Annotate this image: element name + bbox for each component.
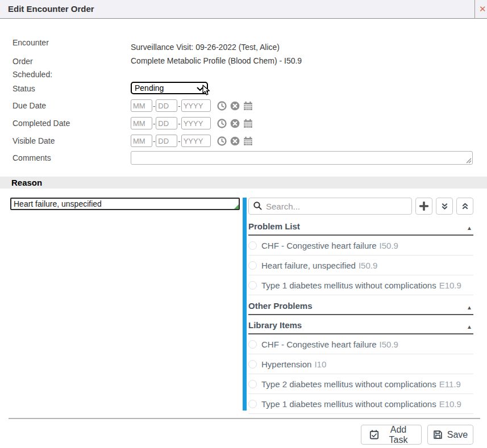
comments-row: Comments bbox=[0, 151, 487, 165]
date-separator: - bbox=[153, 119, 155, 128]
visible-year-input[interactable] bbox=[181, 135, 211, 147]
clear-date-icon[interactable] bbox=[230, 100, 241, 111]
radio-icon[interactable] bbox=[248, 380, 257, 388]
section-title: Other Problems bbox=[248, 301, 313, 311]
problem-code: E11.9 bbox=[439, 379, 461, 389]
expand-all-button[interactable] bbox=[436, 198, 453, 215]
problem-text: Type 1 diabetes mellitus without complic… bbox=[261, 280, 436, 290]
completed-date-label: Completed Date bbox=[0, 117, 131, 128]
list-item[interactable]: Type 2 diabetes mellitus without complic… bbox=[248, 374, 473, 394]
footer-divider bbox=[9, 418, 480, 419]
status-select-value: Pending bbox=[135, 83, 164, 93]
status-row: Status Pending bbox=[0, 82, 487, 94]
completed-month-input[interactable] bbox=[131, 117, 152, 129]
date-separator: - bbox=[153, 137, 155, 145]
collapse-triangle-icon: ▲ bbox=[467, 225, 472, 231]
due-day-input[interactable] bbox=[156, 99, 177, 112]
search-icon bbox=[253, 201, 263, 211]
status-label: Status bbox=[0, 82, 131, 93]
clear-date-icon[interactable] bbox=[230, 118, 241, 129]
section-header-library-items[interactable]: Library Items ▲ bbox=[248, 315, 473, 334]
problem-text: Type 1 diabetes mellitus without complic… bbox=[261, 399, 436, 409]
problem-code: I50.9 bbox=[380, 241, 398, 250]
save-label: Save bbox=[447, 430, 468, 440]
calendar-icon[interactable] bbox=[243, 100, 254, 111]
date-separator: - bbox=[153, 102, 155, 110]
clock-icon[interactable] bbox=[217, 135, 228, 146]
radio-icon[interactable] bbox=[248, 281, 257, 290]
list-item[interactable]: CHF - Congestive heart failure I50.9 bbox=[248, 236, 473, 256]
search-input[interactable] bbox=[248, 198, 412, 215]
problem-text: CHF - Congestive heart failure bbox=[261, 340, 377, 349]
list-item[interactable]: Hypertension I10 bbox=[248, 354, 473, 374]
list-item[interactable]: Type 1 diabetes mellitus without complic… bbox=[248, 394, 473, 414]
chevron-down-icon bbox=[197, 87, 203, 91]
radio-icon[interactable] bbox=[248, 340, 257, 349]
scheduled-label: Scheduled: bbox=[0, 69, 131, 79]
dialog-header: Edit Encounter Order ✕ bbox=[0, 0, 487, 19]
add-task-label: Add Task bbox=[384, 425, 413, 445]
comments-input[interactable] bbox=[131, 152, 472, 164]
problem-code: I50.9 bbox=[359, 261, 377, 270]
scheduled-row: Scheduled: bbox=[0, 69, 487, 79]
due-year-input[interactable] bbox=[181, 99, 211, 112]
encounter-label: Encounter bbox=[0, 37, 131, 47]
date-separator: - bbox=[178, 137, 180, 145]
completed-year-input[interactable] bbox=[181, 117, 211, 129]
problem-code: I10 bbox=[314, 359, 326, 369]
section-title: Library Items bbox=[248, 320, 302, 330]
collapse-triangle-icon: ▲ bbox=[467, 304, 472, 311]
section-header-problem-list[interactable]: Problem List ▲ bbox=[248, 215, 473, 236]
problem-text: CHF - Congestive heart failure bbox=[261, 241, 377, 250]
header-divider bbox=[474, 0, 475, 19]
close-icon[interactable]: ✕ bbox=[479, 3, 487, 15]
radio-icon[interactable] bbox=[248, 360, 257, 369]
problem-text: Type 2 diabetes mellitus without complic… bbox=[261, 379, 436, 389]
encounter-value: Surveillance Visit: 09-26-2022 (Test, Al… bbox=[131, 37, 280, 52]
list-item[interactable]: CHF - Congestive heart failure I50.9 bbox=[248, 334, 473, 354]
reason-input[interactable]: Heart failure, unspecified bbox=[10, 198, 240, 210]
due-date-row: Due Date - - bbox=[0, 99, 487, 112]
save-floppy-icon bbox=[433, 430, 443, 439]
due-month-input[interactable] bbox=[131, 99, 152, 112]
radio-icon[interactable] bbox=[248, 261, 257, 270]
radio-icon[interactable] bbox=[248, 241, 257, 250]
reason-section-bar: Reason bbox=[0, 177, 487, 189]
visible-date-row: Visible Date - - bbox=[0, 135, 487, 147]
section-title: Problem List bbox=[248, 221, 300, 231]
panel-accent-bar bbox=[243, 198, 247, 411]
collapse-all-button[interactable] bbox=[456, 198, 473, 215]
status-select[interactable]: Pending bbox=[131, 82, 208, 94]
radio-icon[interactable] bbox=[248, 400, 257, 408]
add-reason-button[interactable] bbox=[415, 198, 432, 215]
comments-label: Comments bbox=[0, 151, 131, 162]
calendar-icon[interactable] bbox=[243, 135, 254, 146]
order-row: Order Complete Metabolic Profile (Blood … bbox=[0, 56, 487, 66]
add-task-button[interactable]: Add Task bbox=[361, 425, 422, 445]
problem-text: Heart failure, unspecified bbox=[261, 261, 356, 270]
list-item[interactable]: Heart failure, unspecified I50.9 bbox=[248, 256, 473, 275]
reason-section-title: Reason bbox=[11, 178, 42, 187]
encounter-row: Encounter Surveillance Visit: 09-26-2022… bbox=[0, 37, 487, 52]
list-item[interactable]: Type 1 diabetes mellitus without complic… bbox=[248, 275, 473, 295]
problem-text: Hypertension bbox=[261, 359, 311, 369]
calendar-icon[interactable] bbox=[243, 118, 254, 129]
date-separator: - bbox=[178, 119, 180, 128]
visible-day-input[interactable] bbox=[156, 135, 177, 147]
order-value: Complete Metabolic Profile (Blood Chem) … bbox=[131, 56, 302, 65]
problem-code: E10.9 bbox=[439, 280, 461, 290]
clock-icon[interactable] bbox=[217, 100, 228, 111]
problem-code: I50.9 bbox=[380, 340, 398, 349]
visible-month-input[interactable] bbox=[131, 135, 152, 147]
reason-picker-panel: Problem List ▲ CHF - Congestive heart fa… bbox=[248, 198, 473, 414]
clear-date-icon[interactable] bbox=[230, 135, 241, 146]
due-date-label: Due Date bbox=[0, 99, 131, 110]
calendar-check-icon bbox=[369, 430, 379, 439]
completed-day-input[interactable] bbox=[156, 117, 177, 129]
section-header-other-problems[interactable]: Other Problems ▲ bbox=[248, 295, 473, 315]
clock-icon[interactable] bbox=[217, 118, 228, 129]
save-button[interactable]: Save bbox=[427, 425, 473, 445]
dialog-title: Edit Encounter Order bbox=[8, 0, 94, 18]
date-separator: - bbox=[178, 102, 180, 110]
problem-code: E10.9 bbox=[439, 399, 461, 409]
